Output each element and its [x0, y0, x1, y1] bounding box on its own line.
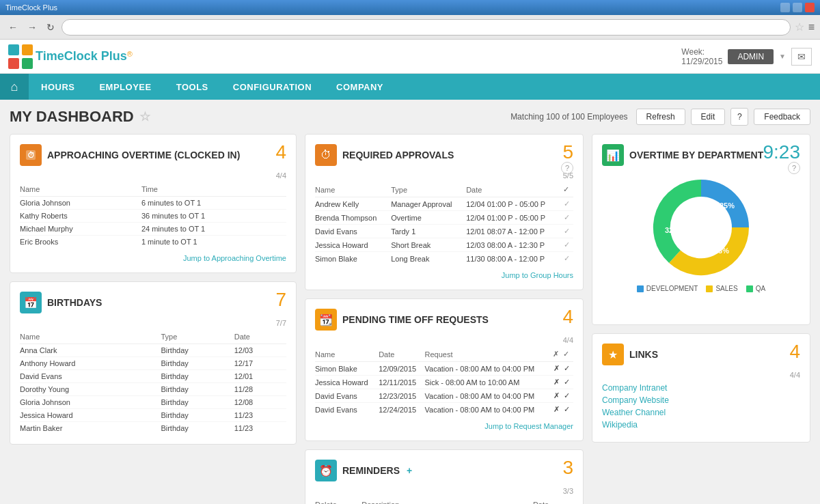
- reload-button[interactable]: ↻: [44, 20, 57, 34]
- app-logo: TimeClock Plus®: [8, 44, 133, 69]
- reminders-widget: 3 ⏰ REMINDERS + 3/3 Delete Descri: [305, 449, 584, 504]
- minimize-btn[interactable]: [780, 3, 790, 12]
- pending-col-date: Date: [379, 348, 424, 362]
- pending-title: PENDING TIME OFF REQUESTS: [342, 314, 573, 326]
- bookmark-star-icon[interactable]: ☆: [795, 20, 804, 33]
- nav-home-button[interactable]: ⌂: [0, 74, 29, 100]
- list-item: Company Intranet: [602, 383, 800, 393]
- table-row: David EvansTardy 112/01 08:07 A - 12:00 …: [315, 225, 573, 238]
- svg-text:25%: 25%: [720, 201, 735, 210]
- middle-column: 5 ? ⏱ REQUIRED APPROVALS 5/5 Name Type D…: [305, 134, 584, 504]
- table-row: Eric Brooks 1 minute to OT 1: [20, 236, 286, 249]
- overtime-row-name: Eric Brooks: [20, 236, 141, 249]
- dashboard-title: MY DASHBOARD: [10, 108, 134, 126]
- weather-channel-link[interactable]: Weather Channel: [602, 408, 666, 417]
- legend-development: DEVELOPMENT: [637, 285, 698, 292]
- links-title: LINKS: [629, 349, 800, 361]
- address-bar[interactable]: [62, 19, 791, 36]
- reminder-col-delete: Delete: [315, 499, 361, 504]
- overtime-time: 9:23: [763, 141, 801, 163]
- maximize-btn[interactable]: [793, 3, 802, 12]
- logo-text: TimeClock Plus®: [36, 49, 133, 64]
- jump-to-group-hours-link[interactable]: Jump to Group Hours: [502, 271, 573, 279]
- table-row: Brenda ThompsonOvertime12/04 01:00 P - 0…: [315, 211, 573, 225]
- legend-qa: QA: [746, 285, 765, 292]
- links-widget-header: ★ LINKS: [602, 344, 800, 365]
- nav-tools[interactable]: TOOLS: [164, 74, 221, 100]
- menu-icon[interactable]: ≡: [808, 21, 815, 33]
- overtime-col-name: Name: [20, 184, 141, 197]
- birthdays-table: Name Type Date Anna ClarkBirthday12/03An…: [20, 331, 286, 434]
- table-row: David Evans12/24/2015Vacation - 08:00 AM…: [315, 403, 573, 417]
- company-website-link[interactable]: Company Website: [602, 395, 669, 405]
- overtime-row-time: 36 minutes to OT 1: [141, 210, 286, 223]
- mail-button[interactable]: ✉: [791, 48, 812, 66]
- overtime-row-time: 24 minutes to OT 1: [141, 223, 286, 236]
- help-button[interactable]: ?: [730, 108, 748, 126]
- bday-col-date: Date: [234, 331, 286, 344]
- feedback-button[interactable]: Feedback: [754, 109, 810, 125]
- reminders-icon: ⏰: [315, 460, 337, 481]
- forward-button[interactable]: →: [25, 20, 40, 34]
- reminders-count: 3: [562, 457, 573, 479]
- approvals-subcount: 5/5: [315, 171, 573, 180]
- table-row: Anna ClarkBirthday12/03: [20, 344, 286, 357]
- overtime-link[interactable]: Jump to Approaching Overtime: [20, 253, 286, 263]
- table-row: Gloria Johnson 6 minutes to OT 1: [20, 197, 286, 210]
- birthdays-icon: 📅: [20, 292, 42, 313]
- home-icon: ⌂: [11, 80, 18, 94]
- pending-col-check: ✓: [563, 348, 573, 362]
- wikipedia-link[interactable]: Wikipedia: [602, 420, 638, 430]
- overtime-col-time: Time: [141, 184, 286, 197]
- list-item: Company Website: [602, 395, 800, 405]
- table-row: David EvansBirthday12/01: [20, 370, 286, 383]
- svg-rect-3: [22, 58, 33, 69]
- approvals-widget: 5 ? ⏱ REQUIRED APPROVALS 5/5 Name Type D…: [305, 134, 584, 290]
- pending-link[interactable]: Jump to Request Manager: [315, 421, 573, 431]
- svg-text:32%: 32%: [665, 226, 680, 234]
- browser-titlebar: TimeClock Plus: [0, 0, 820, 15]
- jump-to-request-manager-link[interactable]: Jump to Request Manager: [484, 422, 573, 430]
- overtime-dept-help-icon[interactable]: ?: [788, 162, 800, 174]
- table-row: Kathy Roberts 36 minutes to OT 1: [20, 210, 286, 223]
- overtime-row-name: Kathy Roberts: [20, 210, 141, 223]
- header-right: Week:11/29/2015 ADMIN ▼ ✉: [681, 47, 812, 66]
- links-count: 4: [789, 341, 800, 363]
- overtime-row-name: Michael Murphy: [20, 223, 141, 236]
- bday-col-name: Name: [20, 331, 161, 344]
- jump-to-overtime-link[interactable]: Jump to Approaching Overtime: [183, 254, 286, 262]
- nav-company[interactable]: COMPANY: [324, 74, 396, 100]
- overtime-dept-widget: 9:23 ? 📊 OVERTIME BY DEPARTMENT: [592, 134, 810, 325]
- approvals-widget-header: ⏱ REQUIRED APPROVALS: [315, 144, 573, 166]
- development-legend-color: [637, 285, 644, 292]
- approvals-help-icon[interactable]: ?: [561, 162, 573, 174]
- table-row: Dorothy YoungBirthday11/28: [20, 383, 286, 396]
- table-row: Simon BlakeLong Break11/30 08:00 A - 12:…: [315, 252, 573, 266]
- nav-configuration[interactable]: CONFIGURATION: [221, 74, 324, 100]
- overtime-dept-icon: 📊: [602, 144, 624, 166]
- table-row: Gloria JohnsonBirthday12/08: [20, 396, 286, 409]
- close-btn[interactable]: [805, 3, 815, 12]
- dashboard-favorite-icon[interactable]: ☆: [139, 109, 150, 124]
- links-widget: 4 ★ LINKS 4/4 Company Intranet Company W…: [592, 333, 810, 443]
- add-reminder-button[interactable]: +: [407, 465, 412, 476]
- svg-text:43%: 43%: [714, 247, 729, 255]
- sales-legend-color: [706, 285, 713, 292]
- overtime-widget-header: ⏱ APPROACHING OVERTIME (CLOCKED IN): [20, 144, 286, 166]
- pending-col-name: Name: [315, 348, 379, 362]
- matching-text: Matching 100 of 100 Employees: [510, 112, 627, 122]
- admin-button[interactable]: ADMIN: [728, 49, 774, 64]
- svg-rect-2: [8, 58, 19, 69]
- nav-employee[interactable]: EMPLOYEE: [87, 74, 163, 100]
- overtime-widget: 4 ⏱ APPROACHING OVERTIME (CLOCKED IN) 4/…: [10, 134, 297, 273]
- company-intranet-link[interactable]: Company Intranet: [602, 383, 667, 393]
- nav-hours[interactable]: HOURS: [29, 74, 87, 100]
- browser-window-controls[interactable]: [780, 3, 815, 12]
- back-button[interactable]: ←: [5, 20, 20, 34]
- refresh-button[interactable]: Refresh: [636, 109, 685, 125]
- edit-button[interactable]: Edit: [691, 109, 726, 125]
- reminders-title: REMINDERS +: [342, 465, 573, 477]
- approvals-link[interactable]: Jump to Group Hours: [315, 270, 573, 280]
- pending-col-x: ✗: [553, 348, 563, 362]
- left-column: 4 ⏱ APPROACHING OVERTIME (CLOCKED IN) 4/…: [10, 134, 297, 504]
